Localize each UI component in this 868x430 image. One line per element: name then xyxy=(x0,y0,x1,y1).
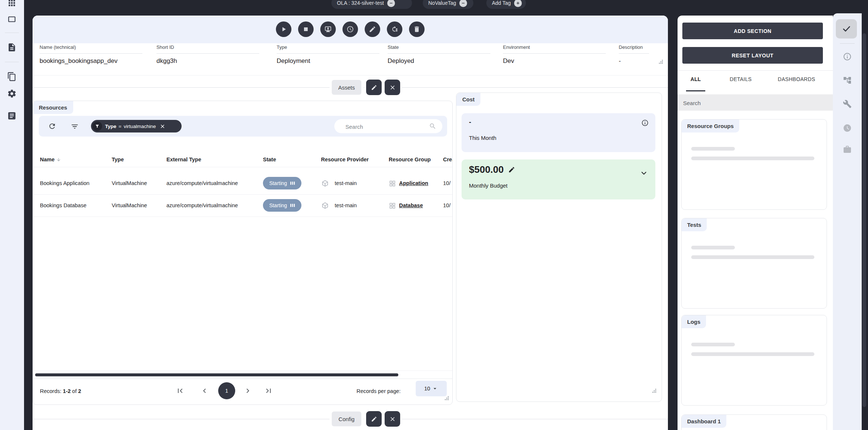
next-page-icon[interactable] xyxy=(243,386,252,395)
running-bars-icon xyxy=(290,203,295,208)
last-page-icon[interactable] xyxy=(264,386,273,395)
section-tab-label: Dashboard 1 xyxy=(682,415,726,428)
resources-toolbar: Type = virtualmachine xyxy=(39,116,447,137)
resize-handle-icon[interactable] xyxy=(444,396,449,401)
section-card-logs[interactable]: Logs xyxy=(681,315,827,406)
tag-label: NoValueTag xyxy=(428,0,456,6)
install-button[interactable] xyxy=(320,21,336,37)
drag-handle-icon[interactable] xyxy=(658,59,663,64)
funnel-icon xyxy=(92,121,102,131)
document-icon[interactable] xyxy=(7,43,17,52)
clock-icon[interactable] xyxy=(843,124,852,132)
cell-type: VirtualMachine xyxy=(112,202,147,208)
sidebar-divider xyxy=(5,33,19,33)
close-icon[interactable] xyxy=(160,124,165,129)
section-card-dashboard-1[interactable]: Dashboard 1 xyxy=(681,414,827,430)
rail-divider xyxy=(840,43,855,44)
assets-close-button[interactable] xyxy=(385,80,400,95)
edit-button[interactable] xyxy=(365,21,380,37)
section-card-tests[interactable]: Tests xyxy=(681,218,827,309)
filter-icon[interactable] xyxy=(71,122,79,131)
briefcase-icon[interactable] xyxy=(843,145,852,154)
check-icon[interactable] xyxy=(836,19,857,38)
budget-card: $500.00 Monthly Budget xyxy=(462,159,655,199)
info-icon[interactable] xyxy=(641,119,649,127)
list-icon[interactable] xyxy=(7,111,17,121)
apps-icon[interactable] xyxy=(7,0,17,8)
cost-panel-tab: Cost xyxy=(456,93,480,106)
sidebar-search-input[interactable] xyxy=(682,94,824,111)
resources-tab-label: Resources xyxy=(39,104,67,111)
assets-edit-button[interactable] xyxy=(366,80,382,95)
layout-sidebar: ADD SECTION RESET LAYOUT ALL DETAILS DAS… xyxy=(678,16,833,430)
tab-details[interactable]: DETAILS xyxy=(730,76,752,82)
window-icon[interactable] xyxy=(7,14,17,24)
vertical-scrollbar[interactable] xyxy=(862,33,866,407)
column-header-resource-provider[interactable]: Resource Provider xyxy=(321,157,369,162)
skeleton-line xyxy=(691,246,735,249)
search-input[interactable] xyxy=(345,119,424,134)
sidebar-divider xyxy=(5,62,19,62)
horizontal-scrollbar[interactable] xyxy=(35,373,398,376)
copy-icon[interactable] xyxy=(7,72,17,81)
cell-name: Bookings Application xyxy=(40,180,89,186)
field-label: State xyxy=(388,44,495,50)
column-header-resource-group[interactable]: Resource Group xyxy=(389,157,431,162)
stop-button[interactable] xyxy=(298,21,314,37)
delete-button[interactable] xyxy=(409,21,425,37)
add-section-button[interactable]: ADD SECTION xyxy=(682,23,823,39)
column-header-state[interactable]: State xyxy=(263,157,276,162)
add-tag-icon[interactable] xyxy=(514,0,522,7)
add-tag-chip[interactable]: Add Tag xyxy=(486,0,526,9)
tree-icon[interactable] xyxy=(843,76,852,85)
resource-group-link[interactable]: Application xyxy=(399,180,428,186)
field-description: Description - xyxy=(619,44,656,65)
filter-operator: = xyxy=(119,124,122,129)
right-icon-rail xyxy=(833,13,862,430)
column-header-created[interactable]: Created xyxy=(443,157,453,162)
redeploy-button[interactable] xyxy=(387,21,402,37)
active-tab-indicator xyxy=(686,90,705,91)
provider-icon xyxy=(321,179,329,188)
column-header-external-type[interactable]: External Type xyxy=(166,157,201,162)
prev-page-icon[interactable] xyxy=(200,386,209,395)
field-state: State Deployed xyxy=(388,44,495,65)
config-close-button[interactable] xyxy=(385,411,400,427)
assets-section-label: Assets xyxy=(332,80,361,95)
per-page-select[interactable]: 10 xyxy=(416,381,447,396)
config-edit-button[interactable] xyxy=(366,411,382,427)
field-value: - xyxy=(619,57,656,65)
sort-desc-icon[interactable] xyxy=(56,157,61,162)
tab-dashboards[interactable]: DASHBOARDS xyxy=(778,76,815,82)
tag-chip[interactable]: OLA : 324-silver-test xyxy=(331,0,412,9)
filter-chip[interactable]: Type = virtualmachine xyxy=(91,120,182,132)
resources-search[interactable] xyxy=(334,119,442,133)
cell-resource-provider: test-main xyxy=(335,202,357,208)
cell-created: 10/ xyxy=(443,202,450,208)
resource-group-link[interactable]: Database xyxy=(399,202,423,208)
reset-layout-button[interactable]: RESET LAYOUT xyxy=(682,47,823,64)
info-icon[interactable] xyxy=(843,52,852,61)
remove-tag-icon[interactable] xyxy=(459,0,467,7)
resize-handle-icon[interactable] xyxy=(652,388,657,393)
wrench-icon[interactable] xyxy=(843,100,852,108)
sidebar-search[interactable] xyxy=(678,94,833,111)
play-button[interactable] xyxy=(276,21,291,37)
filter-field: Type xyxy=(105,124,116,129)
schedule-button[interactable] xyxy=(342,21,358,37)
chevron-down-icon[interactable] xyxy=(640,169,648,177)
cell-resource-provider: test-main xyxy=(335,180,357,186)
skeleton-line xyxy=(691,343,735,346)
gear-icon[interactable] xyxy=(7,89,17,98)
refresh-icon[interactable] xyxy=(48,122,56,130)
section-card-resource-groups[interactable]: Resource Groups xyxy=(681,119,827,210)
edit-budget-icon[interactable] xyxy=(508,166,515,173)
remove-tag-icon[interactable] xyxy=(387,0,395,7)
column-header-type[interactable]: Type xyxy=(112,157,124,162)
tab-all[interactable]: ALL xyxy=(690,76,701,82)
tag-chip[interactable]: NoValueTag xyxy=(423,0,473,9)
cell-name: Bookings Database xyxy=(40,202,87,208)
column-header-name[interactable]: Name xyxy=(40,157,61,162)
current-page-button[interactable]: 1 xyxy=(218,382,235,399)
first-page-icon[interactable] xyxy=(176,386,185,395)
